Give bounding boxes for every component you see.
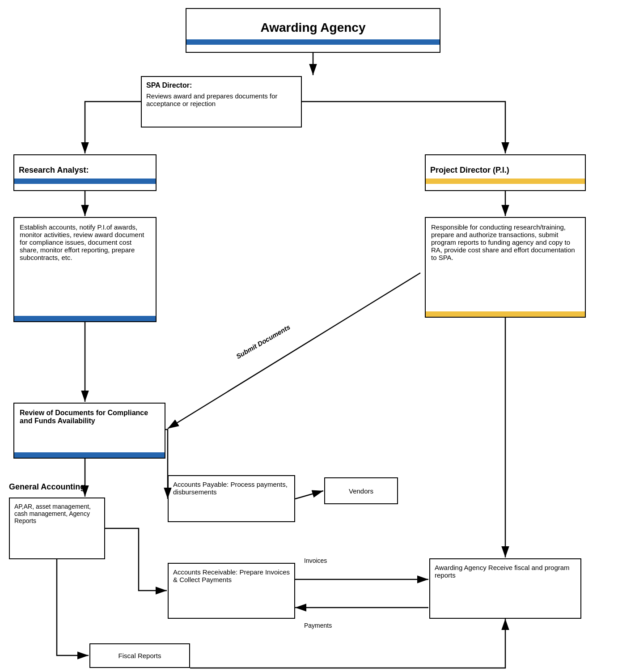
vendors-box: Vendors (324, 477, 398, 504)
ra-duties-text: Establish accounts, notify P.I.of awards… (14, 218, 156, 316)
project-director-box: Project Director (P.I.) (425, 154, 586, 191)
pi-duties-text: Responsible for conducting research/trai… (426, 218, 585, 311)
invoices-label: Invoices (304, 557, 327, 564)
spa-director-desc: Reviews award and prepares documents for… (146, 92, 296, 107)
ap-ar-box: AP,AR, asset management, cash management… (9, 498, 105, 559)
ra-duties-box: Establish accounts, notify P.I.of awards… (13, 217, 157, 322)
awarding-agency-title: Awarding Agency (261, 16, 366, 39)
fiscal-reports-box: Fiscal Reports (89, 643, 190, 668)
accounts-payable-box: Accounts Payable: Process payments, disb… (168, 475, 295, 522)
research-analyst-box: Research Analyst: (13, 154, 157, 191)
diagram: Awarding Agency SPA Director: Reviews aw… (0, 0, 618, 672)
project-director-title: Project Director (P.I.) (426, 162, 585, 179)
review-docs-text: Review of Documents for Compliance and F… (14, 404, 165, 452)
svg-line-10 (295, 491, 323, 499)
awarding-agency-receive-box: Awarding Agency Receive fiscal and progr… (429, 558, 581, 619)
pi-duties-box: Responsible for conducting research/trai… (425, 217, 586, 318)
accounts-receivable-box: Accounts Receivable: Prepare Invoices & … (168, 563, 295, 619)
spa-director-title: SPA Director: (146, 81, 296, 89)
spa-director-box: SPA Director: Reviews award and prepares… (141, 76, 302, 128)
submit-documents-label: Submit Documents (235, 323, 292, 360)
research-analyst-title: Research Analyst: (14, 162, 156, 179)
general-accounting-label: General Accounting (9, 482, 85, 492)
svg-line-7 (168, 273, 420, 429)
payments-label: Payments (304, 622, 332, 629)
awarding-agency-box: Awarding Agency (186, 8, 440, 53)
review-docs-box: Review of Documents for Compliance and F… (13, 403, 165, 459)
